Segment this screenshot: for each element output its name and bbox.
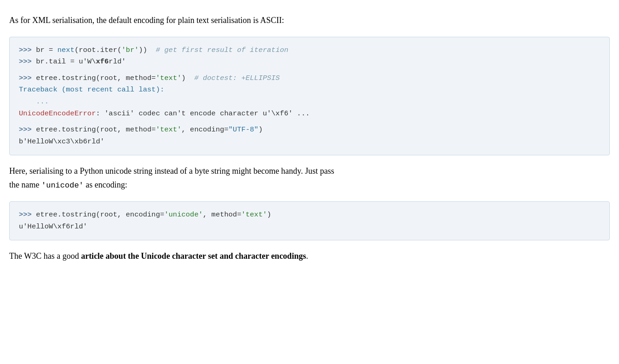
code-text: b'HelloW\xc3\xb6rld' — [19, 137, 104, 146]
code-text: etree.tostring(root, encoding= — [36, 210, 164, 219]
code-text: ) — [267, 210, 271, 219]
code-line: u'HelloW\xf6rld' — [19, 221, 600, 233]
middle-text-2: the name — [9, 180, 41, 189]
prompt: >>> — [19, 125, 36, 134]
string-val-dq: "UTF-8" — [229, 125, 258, 134]
spacer — [19, 119, 600, 124]
footer-link[interactable]: article about the Unicode character set … — [81, 251, 306, 261]
error-type: UnicodeEncodeError — [19, 109, 96, 118]
spacer — [19, 68, 600, 73]
footer-paragraph: The W3C has a good article about the Uni… — [9, 250, 610, 263]
comment: # doctest: +ELLIPSIS — [194, 74, 280, 82]
ellipsis-text: ... — [19, 97, 49, 106]
code-text: br = — [36, 46, 57, 54]
func-name: next — [57, 46, 75, 54]
code-text: u'HelloW\xf6rld' — [19, 222, 87, 231]
string-val: 'unicode' — [164, 210, 203, 219]
code-text: , method= — [203, 210, 241, 219]
intro-paragraph: As for XML serialisation, the default en… — [9, 14, 610, 28]
string-val: 'text' — [156, 125, 182, 134]
code-text: )) — [139, 46, 156, 54]
code-line: >>> etree.tostring(root, method='text', … — [19, 124, 600, 136]
inline-code: 'unicode' — [41, 181, 84, 190]
prompt: >>> — [19, 57, 36, 66]
code-line: UnicodeEncodeError: 'ascii' codec can't … — [19, 108, 600, 120]
prompt: >>> — [19, 210, 36, 219]
code-block-1: >>> br = next(root.iter('br')) # get fir… — [9, 37, 610, 156]
code-text: br.tail = u'W\xf6rld' — [36, 57, 126, 66]
code-line: >>> br = next(root.iter('br')) # get fir… — [19, 45, 600, 57]
footer-text-1: The W3C has a good — [9, 251, 81, 261]
prompt: >>> — [19, 74, 36, 82]
string-val: 'text' — [241, 210, 267, 219]
middle-text-3: as encoding: — [84, 180, 127, 189]
code-text: etree.tostring(root, method= — [36, 125, 155, 134]
code-line: ... — [19, 96, 600, 108]
middle-paragraph: Here, serialising to a Python unicode st… — [9, 165, 610, 192]
code-line: >>> br.tail = u'W\xf6rld' — [19, 56, 600, 68]
code-text: : 'ascii' codec can't encode character u… — [96, 109, 310, 118]
middle-text-1: Here, serialising to a Python unicode st… — [9, 166, 334, 176]
code-block-2: >>> etree.tostring(root, encoding='unico… — [9, 201, 610, 240]
intro-text: As for XML serialisation, the default en… — [9, 16, 284, 25]
string-val: 'br' — [121, 46, 138, 54]
code-line: b'HelloW\xc3\xb6rld' — [19, 136, 600, 148]
code-text: (root.iter( — [75, 46, 121, 54]
code-line: >>> etree.tostring(root, encoding='unico… — [19, 209, 600, 221]
code-text: ) — [181, 74, 194, 82]
footer-text-2: . — [306, 251, 308, 261]
code-text: ) — [258, 125, 263, 134]
code-line: >>> etree.tostring(root, method='text') … — [19, 73, 600, 85]
code-text: , encoding= — [181, 125, 228, 134]
prompt: >>> — [19, 46, 36, 54]
traceback-text: Traceback (most recent call last): — [19, 85, 164, 94]
code-line: Traceback (most recent call last): — [19, 84, 600, 96]
code-text: etree.tostring(root, method= — [36, 74, 155, 82]
string-val: 'text' — [156, 74, 182, 82]
comment: # get first result of iteration — [156, 46, 288, 54]
